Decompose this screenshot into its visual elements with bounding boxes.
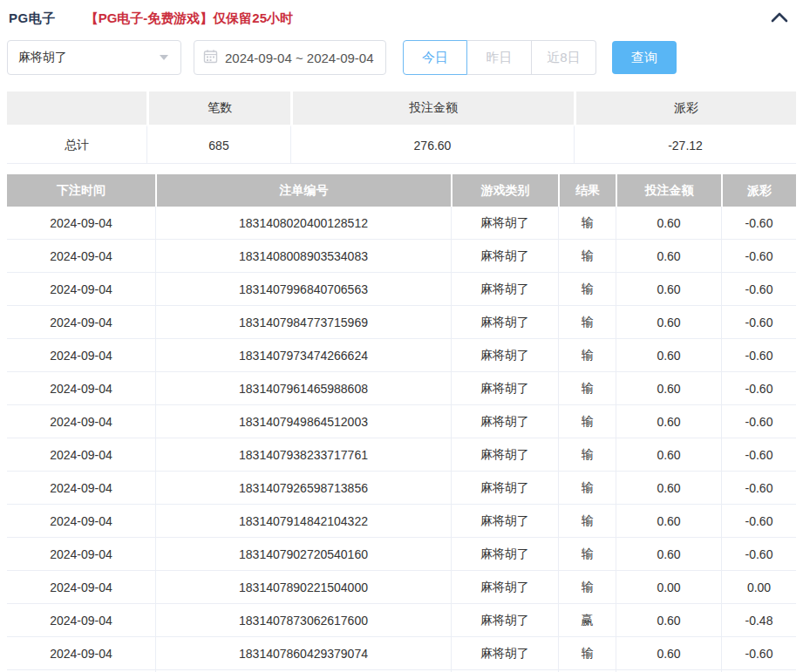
cell-bet-id: 1831407873062617600 xyxy=(155,604,451,637)
cell-bet-time: 2024-09-04 xyxy=(7,438,155,472)
cell-game-category: 麻将胡了 xyxy=(451,339,558,372)
cell-payout: -0.60 xyxy=(721,306,796,339)
page-subtitle: 【PG电子-免费游戏】仅保留25小时 xyxy=(85,10,293,27)
cell-payout: -0.60 xyxy=(721,472,796,505)
cell-bet-time: 2024-09-04 xyxy=(7,538,155,571)
summary-header-row: 笔数 投注金额 派彩 xyxy=(7,92,796,125)
cell-bet-id: 1831407890221504000 xyxy=(155,571,451,604)
records-tbody: 2024-09-041831408020400128512麻将胡了输0.60-0… xyxy=(7,207,796,672)
page-title: PG电子 xyxy=(9,10,56,27)
cell-bet-id: 1831407860429379074 xyxy=(155,637,451,670)
date-range-input[interactable]: 2024-09-04 ~ 2024-09-04 xyxy=(194,40,386,75)
cell-result: 输 xyxy=(558,405,616,438)
cell-payout: -0.60 xyxy=(721,637,796,670)
cell-payout: -0.48 xyxy=(721,604,796,637)
cell-result: 输 xyxy=(558,306,616,339)
cell-game-category: 麻将胡了 xyxy=(451,571,558,604)
cell-game-category: 麻将胡了 xyxy=(451,505,558,538)
cell-bet-amount: 0.60 xyxy=(616,637,721,670)
cell-game-category: 麻将胡了 xyxy=(451,472,558,505)
table-row: 2024-09-041831407984773715969麻将胡了输0.60-0… xyxy=(7,306,796,339)
yesterday-button[interactable]: 昨日 xyxy=(467,40,532,75)
col-header-bet-id: 注单编号 xyxy=(155,174,451,207)
cell-bet-time: 2024-09-04 xyxy=(7,240,155,273)
filter-bar: 麻将胡了 2024-09-04 ~ 2024-09-04 xyxy=(7,40,796,75)
cell-bet-time: 2024-09-04 xyxy=(7,306,155,339)
search-button[interactable]: 查询 xyxy=(612,41,677,74)
cell-payout: -0.60 xyxy=(721,372,796,405)
cell-bet-id: 1831407926598713856 xyxy=(155,472,451,505)
cell-game-category: 麻将胡了 xyxy=(451,372,558,405)
cell-bet-time: 2024-09-04 xyxy=(7,273,155,306)
summary-total-row: 总计 685 276.60 -27.12 xyxy=(7,125,796,164)
cell-game-category: 麻将胡了 xyxy=(451,538,558,571)
last-8-days-button[interactable]: 近8日 xyxy=(532,40,596,75)
today-button[interactable]: 今日 xyxy=(403,40,467,75)
cell-bet-id: 1831407996840706563 xyxy=(155,273,451,306)
cell-result: 输 xyxy=(558,339,616,372)
col-header-bet-amount: 投注金额 xyxy=(616,174,721,207)
cell-game-category: 麻将胡了 xyxy=(451,273,558,306)
cell-bet-amount: 0.60 xyxy=(616,207,721,240)
pg-records-page: PG电子 【PG电子-免费游戏】仅保留25小时 麻将胡了 xyxy=(0,0,803,672)
cell-result: 输 xyxy=(558,571,616,604)
col-header-payout: 派彩 xyxy=(721,174,796,207)
records-table: 下注时间 注单编号 游戏类别 结果 投注金额 派彩 2024-09-041831… xyxy=(7,174,796,672)
summary-total-bet-amount: 276.60 xyxy=(290,125,574,164)
cell-bet-id: 1831408008903534083 xyxy=(155,240,451,273)
cell-bet-amount: 0.60 xyxy=(616,339,721,372)
cell-bet-amount: 0.60 xyxy=(616,438,721,472)
summary-table: 笔数 投注金额 派彩 总计 685 276.60 -27.12 xyxy=(7,92,796,164)
cell-result: 赢 xyxy=(558,604,616,637)
cell-payout: -0.60 xyxy=(721,438,796,472)
table-row: 2024-09-041831407914842104322麻将胡了输0.60-0… xyxy=(7,505,796,538)
col-header-result: 结果 xyxy=(558,174,616,207)
col-header-bet-time: 下注时间 xyxy=(7,174,155,207)
cell-bet-id: 1831407973474266624 xyxy=(155,339,451,372)
cell-bet-time: 2024-09-04 xyxy=(7,637,155,670)
summary-total-payout: -27.12 xyxy=(574,125,796,164)
cell-bet-amount: 0.60 xyxy=(616,538,721,571)
cell-bet-time: 2024-09-04 xyxy=(7,207,155,240)
cell-bet-amount: 0.60 xyxy=(616,240,721,273)
cell-bet-time: 2024-09-04 xyxy=(7,472,155,505)
table-row: 2024-09-041831407973474266624麻将胡了输0.60-0… xyxy=(7,339,796,372)
collapse-panel-button[interactable] xyxy=(765,9,794,28)
table-row: 2024-09-041831407890221504000麻将胡了输0.000.… xyxy=(7,571,796,604)
cell-game-category: 麻将胡了 xyxy=(451,637,558,670)
cell-bet-time: 2024-09-04 xyxy=(7,339,155,372)
cell-result: 输 xyxy=(558,637,616,670)
cell-payout: -0.60 xyxy=(721,240,796,273)
game-type-select[interactable]: 麻将胡了 xyxy=(7,40,181,75)
cell-bet-id: 1831407961465988608 xyxy=(155,372,451,405)
cell-bet-amount: 0.60 xyxy=(616,405,721,438)
table-row: 2024-09-041831408008903534083麻将胡了输0.60-0… xyxy=(7,240,796,273)
table-row: 2024-09-041831407961465988608麻将胡了输0.60-0… xyxy=(7,372,796,405)
cell-payout: -0.60 xyxy=(721,339,796,372)
caret-down-icon xyxy=(160,55,168,60)
cell-game-category: 麻将胡了 xyxy=(451,438,558,472)
summary-total-label: 总计 xyxy=(7,125,146,164)
cell-bet-amount: 0.60 xyxy=(616,273,721,306)
date-range-value: 2024-09-04 ~ 2024-09-04 xyxy=(225,51,374,65)
cell-result: 输 xyxy=(558,372,616,405)
cell-bet-time: 2024-09-04 xyxy=(7,604,155,637)
table-row: 2024-09-041831407949864512003麻将胡了输0.60-0… xyxy=(7,405,796,438)
cell-bet-amount: 0.60 xyxy=(616,472,721,505)
cell-bet-time: 2024-09-04 xyxy=(7,505,155,538)
cell-payout: -0.60 xyxy=(721,207,796,240)
cell-bet-id: 1831407984773715969 xyxy=(155,306,451,339)
cell-result: 输 xyxy=(558,273,616,306)
table-row: 2024-09-041831407938233717761麻将胡了输0.60-0… xyxy=(7,438,796,472)
cell-bet-amount: 0.60 xyxy=(616,372,721,405)
cell-bet-amount: 0.60 xyxy=(616,306,721,339)
summary-header-bet-amount: 投注金额 xyxy=(290,92,574,125)
cell-bet-id: 1831408020400128512 xyxy=(155,207,451,240)
table-row: 2024-09-041831407873062617600麻将胡了赢0.60-0… xyxy=(7,604,796,637)
summary-total-count: 685 xyxy=(146,125,290,164)
cell-game-category: 麻将胡了 xyxy=(451,306,558,339)
cell-payout: -0.60 xyxy=(721,538,796,571)
summary-header-count: 笔数 xyxy=(146,92,290,125)
cell-result: 输 xyxy=(558,240,616,273)
calendar-icon xyxy=(203,49,225,66)
